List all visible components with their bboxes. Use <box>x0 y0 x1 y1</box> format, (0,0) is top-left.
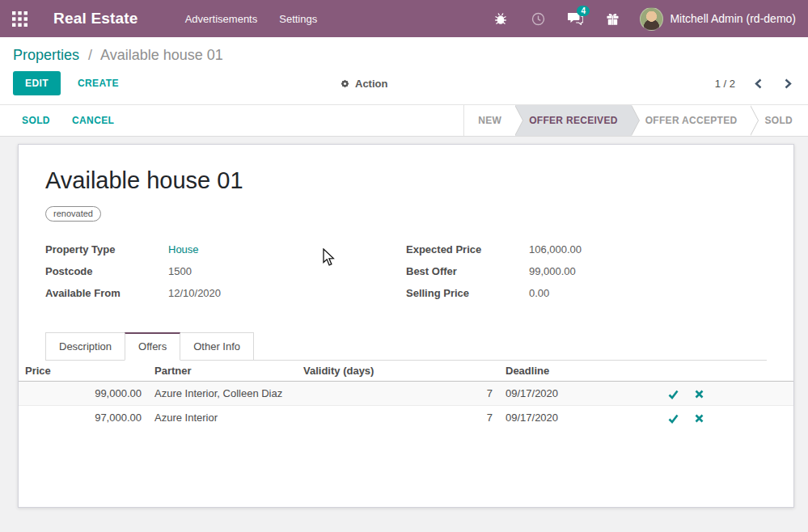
offers-table: Price Partner Validity (days) Deadline 9… <box>19 361 793 429</box>
stage-offer-accepted[interactable]: OFFER ACCEPTED <box>632 105 751 136</box>
offer-price: 99,000.00 <box>19 382 148 406</box>
offer-deadline: 09/17/2020 <box>499 406 658 430</box>
postcode-value: 1500 <box>168 265 192 277</box>
field-label: Expected Price <box>406 243 529 255</box>
menu-advertisements[interactable]: Advertisements <box>185 13 258 25</box>
offer-partner: Azure Interior, Colleen Diaz <box>148 382 297 406</box>
notebook-tabs: Description Offers Other Info <box>45 332 767 361</box>
col-refuse <box>688 361 793 382</box>
col-price[interactable]: Price <box>19 361 148 382</box>
gift-icon[interactable] <box>604 12 620 26</box>
app-title: Real Estate <box>53 10 138 27</box>
tab-other-info[interactable]: Other Info <box>180 332 254 360</box>
sold-button[interactable]: SOLD <box>22 115 50 126</box>
selling-price-value: 0.00 <box>529 287 549 299</box>
edit-button[interactable]: EDIT <box>13 71 61 95</box>
fields-left-column: Property Type House Postcode 1500 Availa… <box>45 243 406 309</box>
offer-price: 97,000.00 <box>19 406 148 430</box>
action-menu-button[interactable]: Action <box>340 78 387 90</box>
breadcrumb: Properties / Available house 01 <box>13 44 795 66</box>
field-best-offer: Best Offer 99,000.00 <box>406 265 767 277</box>
action-label: Action <box>355 78 387 90</box>
stage-pipeline: NEW OFFER RECEIVED OFFER ACCEPTED SOLD <box>463 105 806 136</box>
field-label: Available From <box>45 287 168 299</box>
top-navbar: Real Estate Advertisements Settings 4 <box>0 0 808 37</box>
chat-icon[interactable]: 4 <box>567 12 583 25</box>
check-icon[interactable] <box>668 414 679 424</box>
field-label: Postcode <box>45 265 168 277</box>
offers-table-wrap: Price Partner Validity (days) Deadline 9… <box>19 361 793 429</box>
field-selling-price: Selling Price 0.00 <box>406 287 767 299</box>
field-label: Selling Price <box>406 287 529 299</box>
pager: 1 / 2 <box>715 78 795 90</box>
tag-row: renovated <box>45 205 767 222</box>
col-accept <box>658 361 688 382</box>
chevron-right-icon[interactable] <box>781 78 795 89</box>
col-partner[interactable]: Partner <box>148 361 297 382</box>
messages-badge: 4 <box>577 6 590 16</box>
bug-icon[interactable] <box>493 12 509 25</box>
form-content: Available house 01 renovated Property Ty… <box>0 137 808 532</box>
stage-sold[interactable]: SOLD <box>751 105 806 136</box>
statusbar: SOLD CANCEL NEW OFFER RECEIVED OFFER ACC… <box>0 104 808 137</box>
breadcrumb-properties[interactable]: Properties <box>13 47 79 63</box>
offer-row[interactable]: 97,000.00 Azure Interior 7 09/17/2020 <box>19 406 793 430</box>
stage-new[interactable]: NEW <box>464 105 515 136</box>
create-button[interactable]: CREATE <box>73 77 124 90</box>
menu-settings[interactable]: Settings <box>279 13 317 25</box>
control-panel: Properties / Available house 01 EDIT CRE… <box>0 37 808 104</box>
field-postcode: Postcode 1500 <box>45 265 406 277</box>
statusbar-buttons: SOLD CANCEL <box>22 105 114 136</box>
col-deadline[interactable]: Deadline <box>499 361 658 382</box>
user-name[interactable]: Mitchell Admin (rd-demo) <box>670 12 796 25</box>
offer-validity: 7 <box>297 382 499 406</box>
gear-icon <box>340 78 350 89</box>
expected-price-value: 106,000.00 <box>529 243 582 255</box>
clock-icon[interactable] <box>530 12 546 26</box>
navbar-right: 4 Mitchell Admin (rd-demo) <box>472 7 796 31</box>
breadcrumb-separator: / <box>88 47 92 63</box>
property-type-link[interactable]: House <box>168 243 199 255</box>
form-sheet: Available house 01 renovated Property Ty… <box>18 144 794 508</box>
user-avatar[interactable] <box>640 7 663 31</box>
cancel-button[interactable]: CANCEL <box>72 115 114 126</box>
control-buttons-row: EDIT CREATE Action 1 / 2 <box>13 71 795 104</box>
fields-grid: Property Type House Postcode 1500 Availa… <box>45 243 767 309</box>
chevron-left-icon[interactable] <box>751 78 765 89</box>
cross-icon[interactable] <box>695 390 704 399</box>
check-icon[interactable] <box>668 390 679 399</box>
tag-renovated: renovated <box>45 206 101 222</box>
page-title: Available house 01 <box>45 166 767 195</box>
tab-offers[interactable]: Offers <box>125 332 180 361</box>
col-validity[interactable]: Validity (days) <box>297 361 499 382</box>
fields-right-column: Expected Price 106,000.00 Best Offer 99,… <box>406 243 767 309</box>
tab-description[interactable]: Description <box>45 332 125 360</box>
offer-row[interactable]: 99,000.00 Azure Interior, Colleen Diaz 7… <box>19 382 793 406</box>
field-label: Best Offer <box>406 265 529 277</box>
field-expected-price: Expected Price 106,000.00 <box>406 243 767 255</box>
field-label: Property Type <box>45 243 168 255</box>
available-from-value: 12/10/2020 <box>168 287 221 299</box>
offer-partner: Azure Interior <box>148 406 297 430</box>
field-available-from: Available From 12/10/2020 <box>45 287 406 299</box>
breadcrumb-current: Available house 01 <box>100 47 223 63</box>
offers-header-row: Price Partner Validity (days) Deadline <box>19 361 793 382</box>
field-property-type: Property Type House <box>45 243 406 255</box>
apps-grid-icon[interactable] <box>12 11 27 27</box>
pager-value: 1 / 2 <box>715 78 735 90</box>
stage-offer-received[interactable]: OFFER RECEIVED <box>515 105 632 136</box>
offer-deadline: 09/17/2020 <box>499 382 658 406</box>
offer-validity: 7 <box>297 406 499 430</box>
cross-icon[interactable] <box>695 414 704 423</box>
best-offer-value: 99,000.00 <box>529 265 576 277</box>
